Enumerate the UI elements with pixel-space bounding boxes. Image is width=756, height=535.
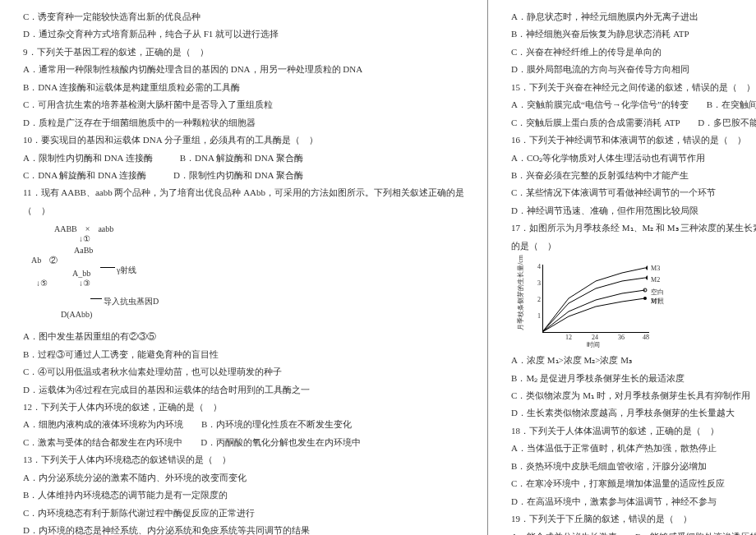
q11-c: C．④可以用低温或者秋水仙素处理幼苗，也可以处理萌发的种子 — [23, 363, 464, 380]
diagram-top: AABB × aabb — [54, 224, 113, 234]
q13-b: B．人体维持内环境稳态的调节能力是有一定限度的 — [23, 487, 464, 504]
q17-cont: 的是（ ） — [511, 238, 756, 255]
q15-cd: C．突触后膜上蛋白质的合成需要消耗 ATP D．多巴胺不能在神经细胞间传递信息 — [511, 114, 756, 131]
left-column: C．诱变育种一定能较快选育出新的优良品种 D．通过杂交育种方式培育新品种，纯合子… — [0, 0, 488, 535]
q17-c: C．类似物浓度为 M₁ 时，对月季枝条侧芽生长具有抑制作用 — [511, 387, 756, 404]
xtick-48: 48 — [643, 334, 649, 341]
q18-a: A．当体温低于正常值时，机体产热加强，散热停止 — [511, 440, 756, 457]
q11-paren: （ ） — [23, 202, 464, 219]
q16-a: A．CO₂等化学物质对人体生理活动也有调节作用 — [511, 150, 756, 167]
diagram-arrow1: ↓① — [79, 234, 90, 244]
q16: 16．下列关于神经调节和体液调节的叙述，错误的是（ ） — [511, 131, 756, 149]
q11-a: A．图中发生基因重组的有②③⑤ — [23, 328, 464, 345]
xtick-36: 36 — [618, 334, 625, 341]
diagram-bottom: D(AAbb) — [61, 310, 92, 320]
q15-ab: A．突触前膜完成“电信号→化学信号”的转变 B．在突触间隙内充满着组织液 — [511, 96, 756, 113]
svg-marker-1 — [645, 275, 648, 280]
q15: 15．下列关于兴奋在神经元之间传递的叙述，错误的是（ ） — [511, 79, 756, 96]
option-d: D．通过杂交育种方式培育新品种，纯合子从 F1 就可以进行选择 — [23, 25, 464, 43]
diagram-arrow4: ↓⑤ — [36, 279, 48, 288]
q9-d: D．质粒是广泛存在于细菌细胞质中的一种颗粒状的细胞器 — [23, 114, 464, 131]
q13-c: C．内环境稳态有利于新陈代谢过程中酶促反应的正常进行 — [23, 505, 464, 522]
xtick-12: 12 — [565, 334, 572, 341]
q14-d: D．膜外局部电流的方向与兴奋传导方向相同 — [511, 61, 756, 78]
breeding-diagram: AABB × aabb ↓① AaBb Ab ② γ射线 A_bb ↓③ ↓⑤ … — [31, 224, 179, 323]
q19: 19．下列关于下丘脑的叙述，错误的是（ ） — [511, 510, 756, 528]
q11-d: D．运载体为④过程在完成目的基因和运载体的结合时用到的工具酶之一 — [23, 381, 464, 399]
arrow-line-du — [90, 298, 102, 299]
x-label: 时间 — [587, 340, 600, 349]
q10: 10．要实现目的基因和运载体 DNA 分子重组，必须具有的工具酶是（ ） — [23, 131, 464, 149]
q9-c: C．可用含抗生素的培养基检测大肠杆菌中是否导入了重组质粒 — [23, 96, 464, 113]
diagram-gamma: γ射线 — [117, 265, 136, 275]
q17-b: B．M₂ 是促进月季枝条侧芽生长的最适浓度 — [511, 370, 756, 387]
q16-d: D．神经调节迅速、准确，但作用范围比较局限 — [511, 202, 756, 219]
q16-b: B．兴奋必须在完整的反射弧结构中才能产生 — [511, 167, 756, 184]
q9-a: A．通常用一种限制性核酸内切酶处理含目的基因的 DNA，用另一种处理质粒的 DN… — [23, 61, 464, 78]
ytick-3: 3 — [532, 279, 541, 287]
right-column: A．静息状态时，神经元细胞膜内外无离子进出 B．神经细胞兴奋后恢复为静息状态消耗… — [488, 0, 756, 535]
q11-b: B．过程③可通过人工诱变，能避免育种的盲目性 — [23, 346, 464, 363]
q14-b: B．神经细胞兴奋后恢复为静息状态消耗 ATP — [511, 25, 756, 43]
option-c: C．诱变育种一定能较快选育出新的优良品种 — [23, 8, 464, 25]
diagram-du: 导入抗虫基因D — [104, 297, 159, 307]
q13: 13．下列关于人体内环境稳态的叙述错误的是（ ） — [23, 451, 464, 468]
q9: 9．下列关于基因工程的叙述，正确的是（ ） — [23, 44, 464, 61]
q17-d: D．生长素类似物浓度越高，月季枝条侧芽的生长量越大 — [511, 404, 756, 422]
svg-marker-0 — [645, 265, 648, 270]
q16-c: C．某些情况下体液调节可看做神经调节的一个环节 — [511, 184, 756, 201]
q18: 18．下列关于人体体温调节的叙述，正确的是（ ） — [511, 422, 756, 440]
q11: 11．现有 AABB、aabb 两个品种，为了培育出优良品种 AAbb，可采用的… — [23, 184, 464, 201]
diagram-ab2: A_bb — [72, 269, 90, 279]
q12: 12．下列关于人体内环境的叙述，正确的是（ ） — [23, 399, 464, 416]
ytick-2: 2 — [532, 296, 541, 303]
q13-a: A．内分泌系统分泌的激素不随内、外环境的改变而变化 — [23, 469, 464, 487]
svg-point-3 — [643, 297, 647, 300]
diagram-f1: AaBb — [74, 246, 93, 256]
q18-d: D．在高温环境中，激素参与体温调节，神经不参与 — [511, 493, 756, 510]
x-axis — [542, 332, 649, 333]
arrow-line-gamma — [100, 267, 115, 268]
legend-m2: M2 — [651, 276, 660, 284]
q17: 17．如图所示为月季枝条经 M₁、M₂ 和 M₃ 三种浓度的某生长素类似物处理后… — [511, 219, 756, 237]
y-label: 月季枝条侧芽的生长量/cm — [516, 255, 525, 330]
q12-ab: A．细胞内液构成的液体环境称为内环境 B．内环境的理化性质在不断发生变化 — [23, 416, 464, 433]
q19-ab: A．能合成并分泌生长激素 B．能够感受细胞外液渗透压的变化 — [511, 528, 756, 536]
q14-a: A．静息状态时，神经元细胞膜内外无离子进出 — [511, 8, 756, 25]
q13-d: D．内环境的稳态是神经系统、内分泌系统和免疫系统等共同调节的结果 — [23, 522, 464, 535]
q17-a: A．浓度 M₁>浓度 M₂>浓度 M₃ — [511, 352, 756, 369]
q14-c: C．兴奋在神经纤维上的传导是单向的 — [511, 44, 756, 61]
legend-m3: M3 — [651, 265, 660, 272]
growth-chart: M3 M2 空白对照 M1 1 2 3 4 12 24 36 48 时间 月季枝… — [519, 258, 667, 348]
q12-cd: C．激素与受体的结合都发生在内环境中 D．丙酮酸的氧化分解也发生在内环境中 — [23, 434, 464, 451]
diagram-ab1: Ab ② — [31, 256, 58, 265]
q18-c: C．在寒冷环境中，打寒颤是增加体温量的适应性反应 — [511, 475, 756, 492]
diagram-arrow3: ↓③ — [79, 279, 90, 288]
chart-curves — [542, 265, 649, 332]
ytick-4: 4 — [532, 263, 541, 270]
q10-cd: C．DNA 解旋酶和 DNA 连接酶 D．限制性内切酶和 DNA 聚合酶 — [23, 167, 464, 184]
ytick-1: 1 — [532, 312, 541, 320]
q9-b: B．DNA 连接酶和运载体是构建重组质粒必需的工具酶 — [23, 79, 464, 96]
q18-b: B．炎热环境中皮肤毛细血管收缩，汗腺分泌增加 — [511, 458, 756, 475]
legend-m1: M1 — [651, 297, 660, 305]
q10-ab: A．限制性内切酶和 DNA 连接酶 B．DNA 解旋酶和 DNA 聚合酶 — [23, 150, 464, 167]
